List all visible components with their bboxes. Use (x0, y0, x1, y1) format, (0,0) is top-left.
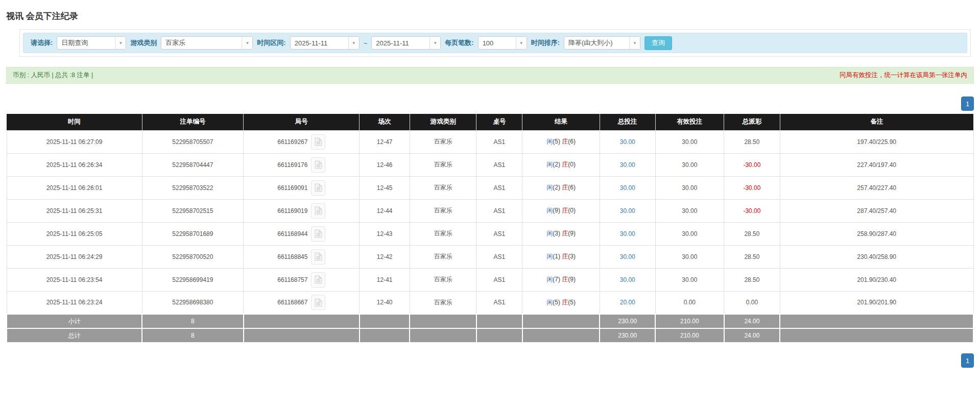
empty (780, 328, 973, 343)
filter-panel: 请选择: 日期查询 ▼ 游戏类别 百家乐 ▼ 时间区间: 2025-11-11 … (19, 29, 971, 57)
cell-game-type: 百家乐 (410, 176, 476, 199)
total-bet-link[interactable]: 30.00 (620, 230, 635, 237)
game-type-select[interactable]: 百家乐 ▼ (161, 36, 253, 50)
game-no: 661168757 (277, 276, 307, 283)
file-video-icon (315, 183, 322, 192)
cell-total-bet: 30.00 (600, 130, 655, 153)
summary-total-bet: 230.00 (600, 314, 655, 328)
page-1-button[interactable]: 1 (961, 353, 974, 368)
chevron-down-icon[interactable]: ▼ (629, 37, 640, 49)
empty (360, 328, 410, 343)
game-no: 661168845 (277, 253, 307, 260)
cell-valid-bet: 30.00 (655, 245, 724, 268)
cell-table-no: AS1 (476, 245, 522, 268)
video-record-button[interactable] (311, 134, 325, 150)
chevron-down-icon[interactable]: ▼ (348, 37, 359, 49)
table-row: 2025-11-11 06:25:31522958702515661169019… (7, 199, 973, 222)
game-no: 661169176 (277, 161, 307, 169)
video-record-button[interactable] (311, 272, 325, 288)
table-footer: 小计8230.00210.0024.00总计8230.00210.0024.00 (7, 314, 973, 343)
total-bet-link[interactable]: 30.00 (620, 207, 635, 214)
cell-bet-id: 522958705507 (142, 130, 244, 153)
cell-bet-id: 522958700520 (142, 245, 244, 268)
file-video-icon (315, 298, 322, 307)
sort-order-select[interactable]: 降幂(由大到小) ▼ (564, 36, 640, 50)
game-no: 661169091 (277, 184, 307, 192)
cell-payout: -30.00 (724, 176, 780, 199)
cell-payout: 0.00 (724, 291, 780, 314)
result-player: 闲(5) (546, 138, 560, 145)
cell-bet-id: 522958702515 (142, 199, 244, 222)
summary-valid-bet: 210.00 (655, 314, 724, 328)
video-record-button[interactable] (311, 226, 325, 242)
cell-total-bet: 30.00 (600, 222, 655, 245)
search-button[interactable]: 查询 (644, 36, 672, 50)
cell-game-type: 百家乐 (410, 291, 476, 314)
total-bet-link[interactable]: 30.00 (620, 276, 635, 283)
empty (522, 314, 600, 328)
cell-payout: 28.50 (724, 222, 780, 245)
cell-time: 2025-11-11 06:24:29 (7, 245, 142, 268)
cell-note: 230.40/258.90 (780, 245, 973, 268)
pagination-top: 1 (6, 97, 974, 111)
cell-note: 257.40/227.40 (780, 176, 973, 199)
cell-note: 258.90/287.40 (780, 222, 973, 245)
cell-bet-id: 522958698380 (142, 291, 244, 314)
summary-row-小计: 小计8230.00210.0024.00 (7, 314, 973, 328)
cell-game-no: 661168757 (244, 268, 360, 291)
chevron-down-icon[interactable]: ▼ (115, 37, 126, 49)
sort-order-label: 时间排序: (531, 38, 560, 47)
cell-valid-bet: 30.00 (655, 153, 724, 176)
cell-table-no: AS1 (476, 199, 522, 222)
chevron-down-icon[interactable]: ▼ (516, 37, 527, 49)
result-banker: 庄(6) (562, 184, 576, 191)
result-banker: 庄(9) (562, 230, 576, 237)
bet-records-table: 时间注单编号局号场次游戏类别桌号结果总投注有效投注总派彩备注 2025-11-1… (6, 114, 974, 343)
summary-bet-count: 8 (142, 328, 244, 343)
cell-valid-bet: 30.00 (655, 199, 724, 222)
game-type-label: 游戏类别 (130, 38, 157, 47)
page-1-button[interactable]: 1 (961, 97, 974, 111)
video-record-button[interactable] (311, 157, 325, 173)
total-bet-link[interactable]: 20.00 (620, 299, 635, 306)
cell-result: 闲(9) 庄(0) (522, 199, 600, 222)
video-record-button[interactable] (311, 249, 325, 265)
video-record-button[interactable] (311, 295, 325, 310)
cell-payout: -30.00 (724, 153, 780, 176)
empty (476, 314, 522, 328)
total-bet-link[interactable]: 30.00 (620, 161, 635, 169)
page-size-select[interactable]: 100 ▼ (478, 36, 527, 50)
cell-session: 12-45 (360, 176, 410, 199)
result-player: 闲(9) (546, 207, 560, 214)
cell-session: 12-44 (360, 199, 410, 222)
cell-bet-id: 522958701689 (142, 222, 244, 245)
date-from-select[interactable]: 2025-11-11 ▼ (290, 36, 360, 50)
summary-total-payout: 24.00 (724, 328, 780, 343)
total-bet-link[interactable]: 30.00 (620, 253, 635, 260)
video-record-button[interactable] (311, 203, 325, 219)
video-record-button[interactable] (311, 180, 325, 196)
cell-game-no: 661169091 (244, 176, 360, 199)
summary-label: 总计 (7, 328, 142, 343)
chevron-down-icon[interactable]: ▼ (242, 37, 252, 49)
chevron-down-icon[interactable]: ▼ (429, 37, 440, 49)
file-video-icon (315, 160, 322, 169)
table-row: 2025-11-11 06:25:05522958701689661168944… (7, 222, 973, 245)
cell-note: 201.90/201.90 (780, 291, 973, 314)
cell-bet-id: 522958704447 (142, 153, 244, 176)
total-bet-link[interactable]: 30.00 (620, 138, 635, 146)
cell-valid-bet: 0.00 (655, 291, 724, 314)
cell-game-no: 661169176 (244, 153, 360, 176)
file-video-icon (315, 252, 322, 261)
cell-session: 12-40 (360, 291, 410, 314)
table-row: 2025-11-11 06:23:54522958699419661168757… (7, 268, 973, 291)
cell-total-bet: 30.00 (600, 199, 655, 222)
game-no: 661169019 (277, 207, 307, 214)
game-type-value: 百家乐 (161, 37, 242, 49)
query-type-select[interactable]: 日期查询 ▼ (57, 36, 126, 50)
cell-time: 2025-11-11 06:23:54 (7, 268, 142, 291)
result-banker: 庄(6) (562, 138, 576, 145)
cell-valid-bet: 30.00 (655, 268, 724, 291)
total-bet-link[interactable]: 30.00 (620, 184, 635, 192)
date-to-select[interactable]: 2025-11-11 ▼ (371, 36, 441, 50)
